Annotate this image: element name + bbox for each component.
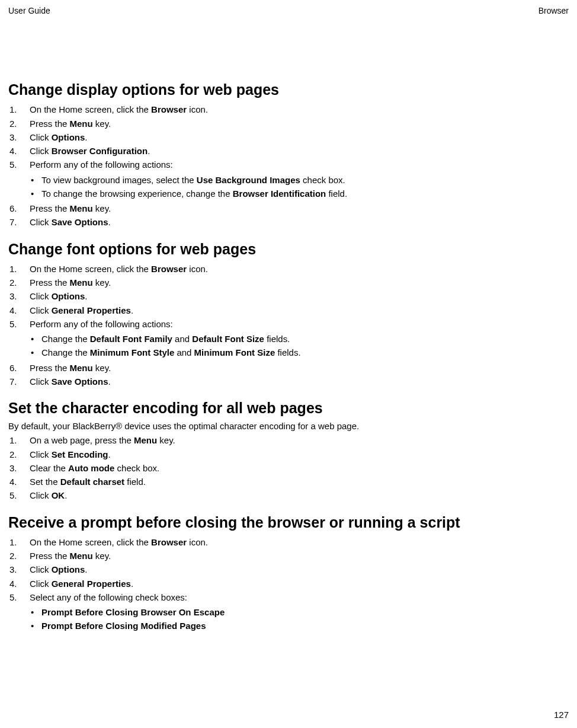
text: Press the xyxy=(30,277,70,288)
text: Select any of the following check boxes: xyxy=(30,592,187,602)
sub-item: Prompt Before Closing Browser On Escape xyxy=(30,605,569,619)
section: Change display options for web pagesOn t… xyxy=(8,81,569,229)
page-root: User Guide Browser Change display option… xyxy=(0,0,577,728)
section-title: Change display options for web pages xyxy=(8,81,569,99)
step-list: On the Home screen, click the Browser ic… xyxy=(8,535,569,633)
bold-text: Menu xyxy=(70,277,93,288)
sub-item: To change the browsing experience, chang… xyxy=(30,187,569,200)
page-header: User Guide Browser xyxy=(8,6,569,15)
step-item: Click Options. xyxy=(8,563,569,576)
bold-text: Auto mode xyxy=(68,463,114,473)
text: On the Home screen, click the xyxy=(30,537,151,547)
text: Click xyxy=(30,376,52,387)
bold-text: Browser Configuration xyxy=(52,146,148,156)
text: key. xyxy=(93,277,111,288)
text: . xyxy=(131,579,133,589)
bold-text: Use Background Images xyxy=(197,175,300,185)
text: field. xyxy=(326,189,347,199)
text: Click xyxy=(30,564,52,574)
step-item: Click Save Options. xyxy=(8,375,569,388)
bold-text: Minimum Font Style xyxy=(90,347,175,357)
text: Press the xyxy=(30,551,70,561)
bold-text: Menu xyxy=(70,119,93,129)
step-item: Perform any of the following actions:Cha… xyxy=(8,317,569,360)
step-item: Click General Properties. xyxy=(8,304,569,317)
text: Click xyxy=(30,449,52,459)
step-item: Click OK. xyxy=(8,488,569,502)
bold-text: Prompt Before Closing Browser On Escape xyxy=(41,607,225,617)
bold-text: Options xyxy=(52,291,85,301)
bold-text: Save Options xyxy=(52,217,108,227)
sub-item: Change the Minimum Font Style and Minimu… xyxy=(30,346,569,359)
text: Click xyxy=(30,217,52,227)
text: . xyxy=(85,291,87,301)
text: key. xyxy=(93,119,111,129)
step-list: On the Home screen, click the Browser ic… xyxy=(8,262,569,388)
step-item: Click Save Options. xyxy=(8,215,569,229)
text: check box. xyxy=(300,175,345,185)
bold-text: OK xyxy=(52,490,65,500)
bold-text: General Properties xyxy=(52,305,131,315)
step-item: Press the Menu key. xyxy=(8,549,569,563)
step-item: On a web page, press the Menu key. xyxy=(8,433,569,447)
text: check box. xyxy=(114,463,159,473)
page-content: Change display options for web pagesOn t… xyxy=(8,81,569,633)
text: . xyxy=(131,305,133,315)
text: . xyxy=(108,376,111,387)
step-item: Press the Menu key. xyxy=(8,117,569,130)
bold-text: Browser Identification xyxy=(233,189,326,199)
text: and xyxy=(172,334,192,344)
sub-list: To view background images, select the Us… xyxy=(30,173,569,201)
text: Click xyxy=(30,490,52,500)
text: Press the xyxy=(30,119,70,129)
sub-list: Prompt Before Closing Browser On EscapeP… xyxy=(30,605,569,633)
step-item: On the Home screen, click the Browser ic… xyxy=(8,535,569,549)
text: Click xyxy=(30,305,52,315)
text: Change the xyxy=(41,347,90,357)
bold-text: Default Font Size xyxy=(192,334,264,344)
header-right: Browser xyxy=(538,6,569,15)
bold-text: Minimum Font Size xyxy=(194,347,275,357)
text: icon. xyxy=(187,264,208,274)
step-item: On the Home screen, click the Browser ic… xyxy=(8,103,569,116)
text: Click xyxy=(30,291,52,301)
text: On the Home screen, click the xyxy=(30,104,151,114)
step-item: Set the Default charset field. xyxy=(8,475,569,488)
text: Press the xyxy=(30,363,70,373)
text: . xyxy=(108,217,111,227)
step-item: On the Home screen, click the Browser ic… xyxy=(8,262,569,276)
text: . xyxy=(65,490,67,500)
text: key. xyxy=(157,435,175,445)
bold-text: Menu xyxy=(70,363,93,373)
text: icon. xyxy=(187,104,208,114)
bold-text: Save Options xyxy=(52,376,108,387)
bold-text: General Properties xyxy=(52,579,131,589)
step-item: Click Options. xyxy=(8,289,569,303)
bold-text: Prompt Before Closing Modified Pages xyxy=(41,621,206,631)
step-item: Perform any of the following actions:To … xyxy=(8,158,569,200)
section: Receive a prompt before closing the brow… xyxy=(8,513,569,633)
section-title: Set the character encoding for all web p… xyxy=(8,399,569,417)
text: On a web page, press the xyxy=(30,435,134,445)
sub-item: To view background images, select the Us… xyxy=(30,173,569,187)
step-item: Press the Menu key. xyxy=(8,276,569,289)
sub-item: Change the Default Font Family and Defau… xyxy=(30,332,569,346)
step-list: On the Home screen, click the Browser ic… xyxy=(8,103,569,229)
page-number: 127 xyxy=(554,710,569,720)
bold-text: Options xyxy=(52,132,85,142)
step-item: Press the Menu key. xyxy=(8,202,569,215)
section-title: Receive a prompt before closing the brow… xyxy=(8,513,569,532)
text: Clear the xyxy=(30,463,68,473)
text: field. xyxy=(124,477,146,487)
bold-text: Menu xyxy=(134,435,157,445)
text: key. xyxy=(93,363,111,373)
sub-item: Prompt Before Closing Modified Pages xyxy=(30,619,569,633)
text: Perform any of the following actions: xyxy=(30,159,173,170)
text: fields. xyxy=(264,334,290,344)
bold-text: Options xyxy=(52,564,85,574)
text: . xyxy=(85,564,87,574)
step-item: Click Browser Configuration. xyxy=(8,144,569,158)
bold-text: Set Encoding xyxy=(52,449,108,459)
text: Click xyxy=(30,146,52,156)
bold-text: Browser xyxy=(151,264,187,274)
